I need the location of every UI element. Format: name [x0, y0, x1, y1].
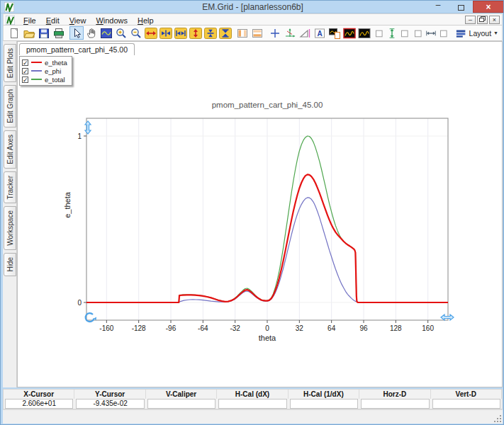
- sidebar-tab-edit-graph[interactable]: Edit Graph: [4, 85, 16, 128]
- open-icon: [23, 28, 35, 39]
- menu-file[interactable]: File: [18, 16, 41, 26]
- cursor-value-cell: [361, 399, 429, 409]
- crosshair-button[interactable]: [268, 26, 282, 40]
- window-close-button[interactable]: ×: [473, 1, 504, 13]
- legend-label: e_total: [45, 76, 65, 84]
- plot-style-dark-button[interactable]: [342, 26, 357, 40]
- legend-checkbox-e_total[interactable]: ✓: [22, 76, 28, 83]
- expand-y-icon: [189, 28, 202, 39]
- cursor-value-cell: [147, 399, 215, 409]
- legend-item-e_phi: ✓e_phi: [22, 67, 67, 75]
- sidebar-tab-edit-axes[interactable]: Edit Axes: [4, 130, 16, 169]
- resize-grip[interactable]: [493, 414, 502, 423]
- new-button[interactable]: [7, 26, 21, 40]
- pan-button[interactable]: [84, 26, 99, 40]
- horizontal-panels-button[interactable]: [250, 26, 264, 40]
- tick-label-x: -64: [198, 324, 208, 332]
- legend-checkbox-e_phi[interactable]: ✓: [22, 68, 28, 74]
- document-logo-icon: [6, 15, 16, 24]
- legend-line-sample: [31, 79, 42, 80]
- sidebar-tab-edit-plots[interactable]: Edit Plots: [4, 44, 16, 82]
- shrink-y-button[interactable]: [203, 26, 218, 40]
- tick-label-x: 0: [265, 324, 269, 332]
- zoom-out-button[interactable]: [129, 26, 143, 40]
- zoom-window-icon: [100, 28, 113, 39]
- text-label-button[interactable]: A: [313, 26, 327, 40]
- pan-icon: [85, 28, 98, 39]
- sidebar-tab-workspace[interactable]: Workspace: [4, 206, 16, 250]
- mdi-minimize-button[interactable]: –: [465, 16, 476, 24]
- plot-style-dark2-icon: [358, 28, 371, 39]
- menu-view[interactable]: View: [65, 16, 91, 26]
- menu-bar: FileEditViewWindowsHelp – ×: [3, 13, 503, 26]
- pointer-icon: [70, 28, 83, 39]
- plot-title: pmom_pattern_cart_phi_45.00: [212, 101, 323, 109]
- print-icon: [52, 28, 65, 39]
- save-button[interactable]: [37, 26, 51, 40]
- crosshair-icon: [269, 28, 281, 39]
- tick-label-y: 1: [77, 132, 82, 140]
- window-maximize-button[interactable]: [451, 1, 471, 13]
- zoom-in-button[interactable]: [114, 26, 128, 40]
- match-width-group-button[interactable]: [413, 26, 449, 40]
- angle-measure-button[interactable]: [298, 26, 312, 40]
- legend-item-e_theta: ✓e_theta: [22, 58, 67, 67]
- resize-handle-horizontal[interactable]: [441, 314, 454, 320]
- compress-y-button[interactable]: [218, 26, 233, 40]
- main-content: Edit PlotsEdit GraphEdit AxesTrackerWork…: [3, 41, 503, 387]
- y-axis-label: e_theta: [63, 191, 72, 218]
- print-button[interactable]: [52, 26, 66, 40]
- tick-label-x: -160: [99, 324, 113, 332]
- axes-tracker-button[interactable]: [283, 26, 297, 40]
- zoom-in-icon: [115, 28, 128, 39]
- shrink-x-icon: [159, 28, 172, 39]
- compress-x-button[interactable]: [174, 26, 188, 40]
- sidebar-tab-tracker[interactable]: Tracker: [4, 171, 16, 204]
- cursor-col-header: Y-Cursor: [74, 390, 145, 399]
- tick-label-x: -128: [132, 324, 146, 332]
- horizontal-panels-icon: [251, 28, 264, 39]
- plot-style-dark2-button[interactable]: [357, 26, 371, 40]
- menu-windows[interactable]: Windows: [91, 16, 133, 26]
- shrink-x-button[interactable]: [159, 26, 173, 40]
- plot-panel: pmom_pattern_cart_phi_45.00 ✓e_theta✓e_p…: [17, 41, 503, 387]
- plot-canvas[interactable]: -160-128-96-64-32032649612816001pmom_pat…: [18, 42, 502, 387]
- zoom-out-icon: [130, 28, 142, 39]
- mdi-close-button[interactable]: ×: [489, 16, 500, 24]
- legend-line-sample: [31, 70, 42, 72]
- legend-checkbox-e_theta[interactable]: ✓: [22, 60, 28, 66]
- pointer-button[interactable]: [69, 26, 84, 40]
- resize-handle-vertical[interactable]: [85, 121, 91, 134]
- plot-legend: ✓e_theta✓e_phi✓e_total: [19, 56, 72, 86]
- document-tab[interactable]: pmom_pattern_cart_phi_45.00: [19, 43, 135, 55]
- vertical-panels-button[interactable]: [235, 26, 250, 40]
- tick-label-x: 128: [390, 324, 402, 332]
- zoom-window-button[interactable]: [99, 26, 113, 40]
- window-minimize-button[interactable]: –: [428, 1, 448, 13]
- layout-menu-button[interactable]: Layout▼: [452, 26, 502, 40]
- angle-measure-icon: [298, 28, 311, 39]
- toolbar: ALayout▼: [3, 26, 503, 41]
- sidebar-tab-hide[interactable]: Hide: [4, 253, 16, 276]
- sidebar: Edit PlotsEdit GraphEdit AxesTrackerWork…: [3, 41, 17, 387]
- new-icon: [8, 28, 21, 39]
- match-height-group-button[interactable]: [374, 26, 410, 40]
- status-bar: [3, 409, 503, 424]
- expand-x-icon: [145, 28, 157, 39]
- x-axis-label: theta: [259, 334, 276, 342]
- plot-style-dark-icon: [343, 28, 356, 39]
- legend-label: e_theta: [45, 59, 67, 67]
- cursor-col-header: V-Caliper: [146, 390, 217, 399]
- open-button[interactable]: [22, 26, 36, 40]
- tick-label-x: -32: [230, 324, 240, 332]
- menu-edit[interactable]: Edit: [41, 16, 65, 26]
- copy-plot-button[interactable]: [327, 26, 342, 40]
- cursor-value-cell: 2.606e+01: [5, 399, 73, 409]
- svg-text:A: A: [317, 30, 322, 38]
- cursor-value-cell: -9.435e-02: [76, 399, 144, 409]
- mdi-restore-button[interactable]: [477, 16, 488, 24]
- expand-y-button[interactable]: [189, 26, 203, 40]
- menu-help[interactable]: Help: [133, 16, 159, 26]
- expand-x-button[interactable]: [144, 26, 158, 40]
- cursor-readout-table: X-CursorY-CursorV-CaliperH-Cal (dX)H-Cal…: [3, 389, 503, 409]
